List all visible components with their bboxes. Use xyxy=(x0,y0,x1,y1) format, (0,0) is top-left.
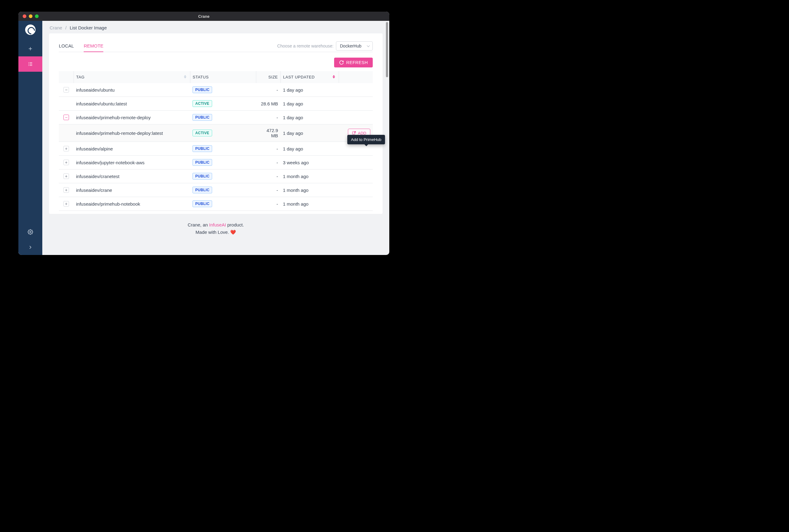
svg-point-6 xyxy=(29,64,29,64)
updated-cell: 1 day ago xyxy=(280,83,339,97)
size-cell: - xyxy=(256,83,280,97)
status-badge-public: PUBLIC xyxy=(192,201,212,207)
updated-cell: 1 month ago xyxy=(280,197,339,211)
col-size: SIZE xyxy=(256,71,280,83)
toolbar: REFRESH xyxy=(59,52,373,71)
refresh-label: REFRESH xyxy=(346,60,368,65)
content-panel: LOCAL REMOTE Choose a remote warehouse: … xyxy=(49,33,382,214)
close-window-button[interactable] xyxy=(23,14,26,18)
actions-cell xyxy=(339,111,373,125)
tag-cell: infuseaidev/jupyter-notebook-aws xyxy=(74,156,190,169)
refresh-icon xyxy=(339,60,344,65)
col-tag[interactable]: TAG xyxy=(74,71,190,83)
sidebar-item-expand[interactable] xyxy=(18,240,42,255)
scrollbar[interactable] xyxy=(386,22,388,77)
updated-cell: 1 month ago xyxy=(280,169,339,183)
status-cell: ACTIVE xyxy=(190,125,256,142)
table-row: −infuseaidev/ubuntuPUBLIC-1 day ago xyxy=(59,83,373,97)
breadcrumb-current: List Docker Image xyxy=(70,25,107,30)
sidebar-item-list[interactable] xyxy=(18,56,42,72)
status-cell: PUBLIC xyxy=(190,197,256,211)
footer-infuseai-link[interactable]: InfuseAI xyxy=(209,222,226,227)
collapse-icon[interactable]: − xyxy=(63,115,69,120)
updated-cell: 1 day ago xyxy=(280,142,339,156)
table-row: −infuseaidev/primehub-remote-deployPUBLI… xyxy=(59,111,373,125)
tag-cell: infuseaidev/primehub-remote-deploy xyxy=(74,111,190,125)
window-title: Crane xyxy=(18,14,389,19)
titlebar: Crane xyxy=(18,12,389,21)
app-window: Crane Crane / List Do xyxy=(18,12,389,255)
refresh-button[interactable]: REFRESH xyxy=(334,58,373,68)
expand-icon[interactable]: + xyxy=(63,146,69,151)
size-cell: 28.6 MB xyxy=(256,97,280,111)
sidebar-item-settings[interactable] xyxy=(18,224,42,240)
col-status: STATUS xyxy=(190,71,256,83)
size-cell: - xyxy=(256,156,280,169)
svg-point-7 xyxy=(29,65,29,65)
footer: Crane, an InfuseAI product. Made with Lo… xyxy=(42,219,389,242)
status-badge-public: PUBLIC xyxy=(192,87,212,93)
remote-warehouse-select[interactable]: DockerHub xyxy=(336,41,373,51)
table-row: infuseaidev/primehub-remote-deploy:lates… xyxy=(59,125,373,142)
tab-remote[interactable]: REMOTE xyxy=(84,40,103,52)
sidebar-item-add[interactable] xyxy=(18,41,42,56)
status-cell: PUBLIC xyxy=(190,111,256,125)
col-updated-label: LAST UPDATED xyxy=(283,75,315,79)
list-icon xyxy=(27,61,33,67)
expand-icon[interactable]: + xyxy=(63,201,69,207)
tab-local[interactable]: LOCAL xyxy=(59,40,74,52)
table-row: +infuseaidev/cranePUBLIC-1 month ago xyxy=(59,183,373,197)
table-row: infuseaidev/ubuntu:latestACTIVE28.6 MB1 … xyxy=(59,97,373,111)
status-cell: PUBLIC xyxy=(190,156,256,169)
breadcrumb-separator: / xyxy=(65,25,67,30)
updated-cell: 1 day ago xyxy=(280,111,339,125)
remote-warehouse-value: DockerHub xyxy=(340,43,361,49)
remote-warehouse-label: Choose a remote warehouse: xyxy=(277,43,334,49)
expand-cell xyxy=(59,97,74,111)
expand-cell: + xyxy=(59,142,74,156)
footer-text-1a: Crane, an xyxy=(188,222,209,227)
zoom-window-button[interactable] xyxy=(35,14,39,18)
tooltip-text: Add to PrimeHub xyxy=(351,137,381,142)
table-row: +infuseaidev/cranetestPUBLIC-1 month ago xyxy=(59,169,373,183)
col-updated[interactable]: LAST UPDATED xyxy=(280,71,339,83)
status-badge-public: PUBLIC xyxy=(192,187,212,193)
updated-cell: 1 day ago xyxy=(280,125,339,142)
size-cell: - xyxy=(256,169,280,183)
status-badge-public: PUBLIC xyxy=(192,159,212,166)
expand-cell xyxy=(59,125,74,142)
sort-icon xyxy=(333,75,335,78)
svg-rect-9 xyxy=(352,132,355,134)
expand-cell: + xyxy=(59,183,74,197)
chevron-right-icon xyxy=(27,245,33,250)
expand-icon[interactable]: + xyxy=(63,173,69,179)
expand-icon[interactable]: + xyxy=(63,160,69,165)
status-badge-public: PUBLIC xyxy=(192,173,212,179)
footer-text-2: Made with Love. xyxy=(195,230,230,235)
size-cell: 472.9 MB xyxy=(256,125,280,142)
tag-cell: infuseaidev/primehub-remote-deploy:lates… xyxy=(74,125,190,142)
tag-cell: infuseaidev/alpine xyxy=(74,142,190,156)
status-cell: PUBLIC xyxy=(190,183,256,197)
tag-cell: infuseaidev/cranetest xyxy=(74,169,190,183)
breadcrumb-root[interactable]: Crane xyxy=(50,25,62,30)
minimize-window-button[interactable] xyxy=(29,14,33,18)
expand-icon[interactable]: + xyxy=(63,187,69,193)
table-row: +infuseaidev/alpinePUBLIC-1 day ago xyxy=(59,142,373,156)
size-cell: - xyxy=(256,142,280,156)
col-size-label: SIZE xyxy=(268,75,278,79)
status-badge-active: ACTIVE xyxy=(192,130,212,136)
updated-cell: 1 day ago xyxy=(280,97,339,111)
table-row: +infuseaidev/jupyter-notebook-awsPUBLIC-… xyxy=(59,156,373,169)
collapse-icon[interactable]: − xyxy=(63,87,69,93)
col-actions xyxy=(339,71,373,83)
status-badge-public: PUBLIC xyxy=(192,114,212,121)
tag-cell: infuseaidev/ubuntu:latest xyxy=(74,97,190,111)
col-expand xyxy=(59,71,74,83)
size-cell: - xyxy=(256,183,280,197)
tag-cell: infuseaidev/primehub-notebook xyxy=(74,197,190,211)
size-cell: - xyxy=(256,111,280,125)
expand-cell: + xyxy=(59,169,74,183)
status-cell: ACTIVE xyxy=(190,97,256,111)
tabs: LOCAL REMOTE Choose a remote warehouse: … xyxy=(59,40,373,52)
